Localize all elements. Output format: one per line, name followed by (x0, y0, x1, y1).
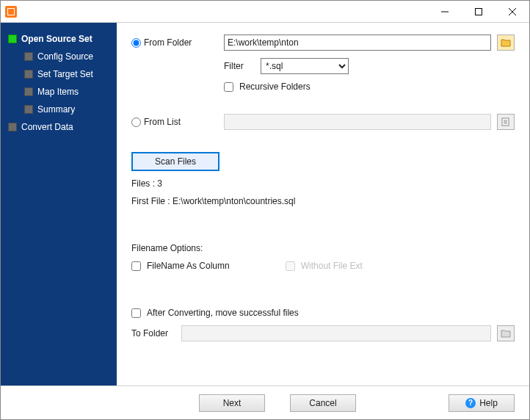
sidebar-item-label: Set Target Set (37, 69, 93, 79)
without-ext-label: Without File Ext (301, 261, 363, 271)
recursive-folders-checkbox[interactable] (224, 82, 233, 92)
sidebar-item-map-items[interactable]: Map Items (4, 83, 114, 101)
step-icon (8, 123, 17, 131)
sidebar-item-label: Summary (37, 104, 75, 115)
browse-list-button[interactable] (497, 114, 515, 130)
help-icon: ? (465, 398, 476, 408)
titlebar (1, 1, 529, 23)
step-icon (24, 105, 33, 114)
next-button[interactable]: Next (199, 394, 265, 412)
from-folder-radio[interactable] (131, 38, 141, 48)
after-converting-checkbox[interactable] (131, 308, 141, 318)
app-window: Open Source Set Config Source Set Target… (0, 0, 530, 420)
filename-as-column-label: FileName As Column (147, 261, 230, 271)
sidebar-item-set-target-set[interactable]: Set Target Set (4, 65, 114, 83)
button-bar: Next Cancel ? Help (1, 385, 529, 419)
to-folder-label: To Folder (131, 328, 175, 338)
maximize-button[interactable] (462, 1, 495, 22)
help-button[interactable]: ? Help (449, 394, 515, 412)
main-content: From Folder Filter *.sql Recursive Fol (117, 23, 529, 385)
list-path-input[interactable] (224, 114, 491, 130)
minimize-button[interactable] (428, 1, 462, 22)
filename-as-column-checkbox[interactable] (131, 261, 141, 271)
first-file-text: First File : E:\work\temp\nton\countries… (131, 196, 515, 206)
cancel-button[interactable]: Cancel (290, 394, 356, 412)
sidebar-item-label: Open Source Set (21, 34, 92, 44)
step-icon (24, 87, 33, 96)
filter-label: Filter (224, 61, 255, 71)
sidebar-item-convert-data[interactable]: Convert Data (4, 118, 114, 136)
app-icon (5, 6, 17, 18)
step-icon (24, 52, 33, 61)
sidebar-item-config-source[interactable]: Config Source (4, 48, 114, 65)
folder-path-input[interactable] (224, 35, 491, 51)
browse-folder-button[interactable] (497, 35, 515, 51)
browse-to-folder-button[interactable] (497, 325, 515, 341)
help-button-label: Help (479, 398, 498, 408)
from-list-label: From List (144, 117, 181, 127)
without-ext-checkbox (286, 261, 295, 271)
after-converting-label: After Converting, move successful files (147, 308, 299, 318)
window-controls (428, 1, 529, 22)
sidebar-item-summary[interactable]: Summary (4, 101, 114, 118)
from-list-radio[interactable] (131, 117, 141, 127)
files-count-text: Files : 3 (131, 178, 515, 189)
close-button[interactable] (495, 1, 529, 22)
scan-files-button[interactable]: Scan Files (131, 152, 219, 171)
step-icon (24, 70, 33, 79)
sidebar: Open Source Set Config Source Set Target… (1, 23, 117, 385)
sidebar-item-label: Map Items (37, 87, 79, 97)
filename-options-heading: Filename Options: (131, 243, 515, 253)
to-folder-input[interactable] (181, 325, 491, 341)
svg-rect-1 (476, 8, 482, 15)
sidebar-item-label: Config Source (37, 51, 93, 62)
from-folder-label: From Folder (144, 37, 192, 48)
sidebar-item-label: Convert Data (21, 122, 73, 132)
sidebar-item-open-source-set[interactable]: Open Source Set (4, 30, 114, 48)
recursive-folders-label: Recursive Folders (239, 82, 311, 92)
filter-combo[interactable]: *.sql (261, 58, 349, 74)
step-icon (8, 35, 17, 43)
